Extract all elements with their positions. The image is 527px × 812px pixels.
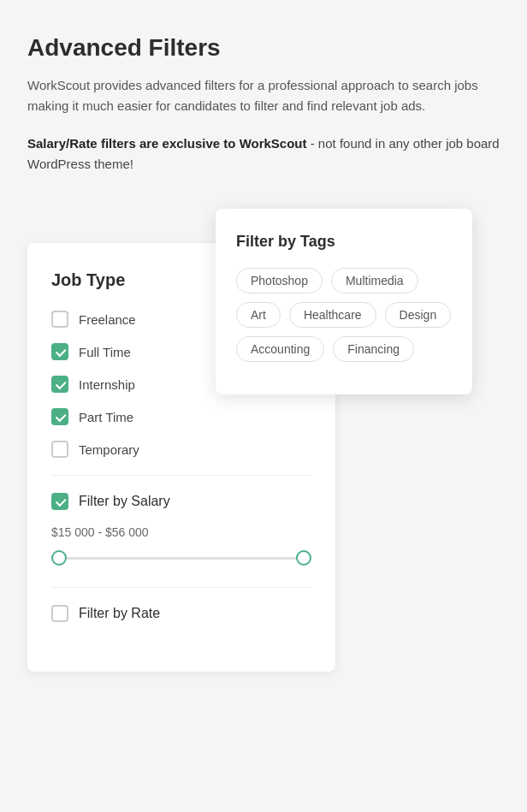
tags-row-3: Accounting Financing (236, 336, 452, 362)
filter-rate-checkbox[interactable]: Filter by Rate (51, 605, 311, 622)
checkbox-parttime-box[interactable] (51, 408, 68, 425)
filter-salary-box[interactable] (51, 493, 68, 510)
checkbox-freelance-label: Freelance (79, 312, 136, 327)
checkbox-temporary[interactable]: Temporary (51, 441, 311, 458)
tags-row-2: Art Healthcare Design (236, 302, 452, 328)
filter-salary-checkbox[interactable]: Filter by Salary (51, 493, 311, 510)
description-text: WorkScout provides advanced filters for … (27, 75, 500, 116)
checkbox-temporary-label: Temporary (79, 442, 139, 457)
tag-healthcare[interactable]: Healthcare (289, 302, 376, 328)
salary-slider[interactable] (51, 549, 311, 566)
slider-track (51, 557, 311, 560)
tag-financing[interactable]: Financing (333, 336, 414, 362)
highlight-text: Salary/Rate filters are exclusive to Wor… (27, 133, 500, 175)
slider-fill (51, 557, 311, 560)
tags-card-title: Filter by Tags (236, 233, 452, 251)
slider-handle-right[interactable] (296, 550, 311, 566)
divider-1 (51, 475, 311, 476)
filter-salary-label: Filter by Salary (79, 494, 170, 509)
checkbox-temporary-box[interactable] (51, 441, 68, 458)
tags-row-1: Photoshop Multimedia (236, 268, 452, 293)
tag-photoshop[interactable]: Photoshop (236, 268, 323, 293)
tag-art[interactable]: Art (236, 302, 281, 328)
cards-container: Filter by Tags Photoshop Multimedia Art … (27, 209, 500, 672)
tag-accounting[interactable]: Accounting (236, 336, 324, 362)
filter-rate-box[interactable] (51, 605, 68, 622)
filter-rate-label: Filter by Rate (79, 606, 160, 621)
tags-card: Filter by Tags Photoshop Multimedia Art … (216, 209, 472, 394)
checkbox-freelance-box[interactable] (51, 311, 68, 328)
slider-handle-left[interactable] (51, 550, 67, 566)
checkbox-fulltime-label: Full Time (79, 345, 131, 359)
tag-multimedia[interactable]: Multimedia (331, 268, 418, 293)
checkbox-fulltime-box[interactable] (51, 343, 68, 360)
page-title: Advanced Filters (27, 34, 500, 62)
checkbox-internship-box[interactable] (51, 376, 68, 393)
checkbox-parttime[interactable]: Part Time (51, 408, 311, 425)
tag-design[interactable]: Design (385, 302, 452, 328)
divider-2 (51, 587, 311, 588)
checkbox-parttime-label: Part Time (79, 410, 133, 424)
highlight-bold: Salary/Rate filters are exclusive to Wor… (27, 136, 307, 151)
checkbox-internship-label: Internship (79, 377, 135, 392)
salary-range: $15 000 - $56 000 (51, 525, 311, 539)
